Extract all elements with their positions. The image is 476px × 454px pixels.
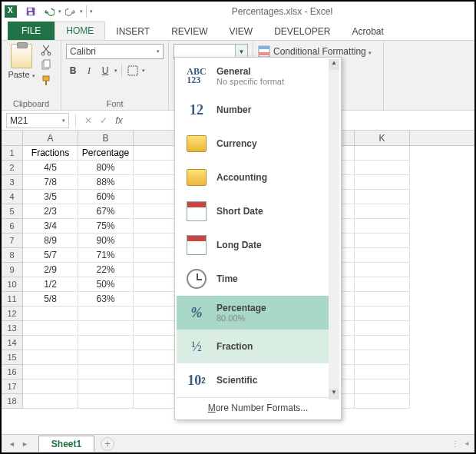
tab-view[interactable]: VIEW <box>218 23 263 40</box>
cell[interactable] <box>355 234 410 248</box>
col-header-a[interactable]: A <box>23 131 78 145</box>
cell[interactable]: 50% <box>78 277 134 292</box>
cell[interactable] <box>78 321 134 336</box>
cancel-formula-icon[interactable]: ✕ <box>82 115 94 126</box>
undo-icon[interactable] <box>42 5 56 18</box>
cell[interactable]: 90% <box>78 234 134 248</box>
cell[interactable]: 2/3 <box>23 204 78 219</box>
tab-review[interactable]: REVIEW <box>160 23 218 40</box>
row-header[interactable]: 11 <box>2 292 23 307</box>
cell[interactable] <box>78 365 134 379</box>
cell[interactable] <box>355 161 410 175</box>
cell[interactable] <box>78 394 134 409</box>
cell[interactable]: 3/4 <box>23 219 78 234</box>
font-name-combo[interactable]: Calibri▾ <box>66 44 164 59</box>
cell[interactable] <box>23 307 78 321</box>
cell[interactable]: 75% <box>78 219 134 234</box>
select-all-corner[interactable] <box>2 131 23 145</box>
tab-home[interactable]: HOME <box>55 22 105 40</box>
hscroll-split-icon[interactable]: ⋮ <box>451 439 459 448</box>
tab-acrobat[interactable]: Acrobat <box>342 23 395 40</box>
cell[interactable]: 63% <box>78 292 134 307</box>
cell[interactable]: 71% <box>78 248 134 263</box>
cell[interactable] <box>23 350 78 365</box>
cell[interactable] <box>355 263 410 277</box>
redo-icon[interactable] <box>64 5 78 18</box>
cell[interactable]: 67% <box>78 204 134 219</box>
cell[interactable]: Fractions <box>23 146 78 161</box>
sheet-nav-next-icon[interactable]: ► <box>19 440 31 448</box>
add-sheet-button[interactable]: + <box>101 437 114 451</box>
row-header[interactable]: 10 <box>2 277 23 292</box>
cell[interactable]: Percentage <box>78 146 134 161</box>
sheet-tab-sheet1[interactable]: Sheet1 <box>38 436 94 452</box>
cell[interactable] <box>355 321 410 336</box>
col-header-k[interactable]: K <box>355 131 410 145</box>
tab-file[interactable]: FILE <box>8 22 55 40</box>
cell[interactable]: 88% <box>78 175 134 190</box>
paste-button[interactable]: Paste ▾ <box>6 44 37 85</box>
more-number-formats[interactable]: More Number Formats... <box>177 397 339 418</box>
copy-icon[interactable] <box>40 59 52 70</box>
row-header[interactable]: 1 <box>2 146 23 161</box>
cell[interactable]: 5/8 <box>23 292 78 307</box>
row-header[interactable]: 9 <box>2 263 23 277</box>
format-number[interactable]: 12 Number <box>177 93 339 127</box>
insert-function-icon[interactable]: fx <box>113 115 125 126</box>
cell[interactable]: 22% <box>78 263 134 277</box>
row-header[interactable]: 12 <box>2 307 23 321</box>
cell[interactable] <box>78 350 134 365</box>
format-long-date[interactable]: Long Date <box>177 228 339 262</box>
cell[interactable] <box>23 321 78 336</box>
cell[interactable]: 3/5 <box>23 190 78 204</box>
cell[interactable]: 1/2 <box>23 277 78 292</box>
format-time[interactable]: Time <box>177 262 339 296</box>
underline-button[interactable]: U <box>98 64 112 78</box>
row-header[interactable]: 7 <box>2 234 23 248</box>
cell[interactable] <box>355 204 410 219</box>
dropdown-scrollbar[interactable]: ▲ ▼ <box>329 59 339 399</box>
row-header[interactable]: 14 <box>2 336 23 350</box>
hscroll-left-icon[interactable]: ◄ <box>464 440 470 447</box>
row-header[interactable]: 17 <box>2 379 23 394</box>
cell[interactable] <box>355 394 410 409</box>
cell[interactable] <box>78 336 134 350</box>
enter-formula-icon[interactable]: ✓ <box>98 115 110 126</box>
cell[interactable]: 5/7 <box>23 248 78 263</box>
cell[interactable] <box>23 394 78 409</box>
cell[interactable] <box>355 175 410 190</box>
cell[interactable] <box>355 190 410 204</box>
cell[interactable] <box>78 307 134 321</box>
bold-button[interactable]: B <box>66 64 80 78</box>
cell[interactable] <box>355 248 410 263</box>
cell[interactable]: 7/8 <box>23 175 78 190</box>
row-header[interactable]: 3 <box>2 175 23 190</box>
underline-dropdown-icon[interactable]: ▾ <box>114 68 117 74</box>
format-general[interactable]: ABC123 GeneralNo specific format <box>177 59 339 93</box>
cell[interactable]: 80% <box>78 161 134 175</box>
cut-icon[interactable] <box>40 44 52 55</box>
format-short-date[interactable]: Short Date <box>177 194 339 228</box>
cell[interactable] <box>355 336 410 350</box>
cell[interactable]: 60% <box>78 190 134 204</box>
format-painter-icon[interactable] <box>40 75 52 85</box>
cell[interactable] <box>355 307 410 321</box>
cell[interactable]: 2/9 <box>23 263 78 277</box>
cell[interactable] <box>78 379 134 394</box>
scroll-up-icon[interactable]: ▲ <box>329 59 339 70</box>
cell[interactable] <box>355 146 410 161</box>
cell[interactable]: 4/5 <box>23 161 78 175</box>
row-header[interactable]: 15 <box>2 350 23 365</box>
cell[interactable] <box>23 365 78 379</box>
cell[interactable] <box>355 365 410 379</box>
tab-developer[interactable]: DEVELOPER <box>263 23 341 40</box>
name-box[interactable]: M21▾ <box>6 113 69 128</box>
sheet-nav-prev-icon[interactable]: ◄ <box>6 440 18 448</box>
row-header[interactable]: 13 <box>2 321 23 336</box>
row-header[interactable]: 5 <box>2 204 23 219</box>
format-currency[interactable]: Currency <box>177 127 339 161</box>
cell[interactable] <box>355 350 410 365</box>
format-percentage[interactable]: % Percentage80.00% <box>177 296 339 330</box>
row-header[interactable]: 4 <box>2 190 23 204</box>
tab-insert[interactable]: INSERT <box>105 23 160 40</box>
